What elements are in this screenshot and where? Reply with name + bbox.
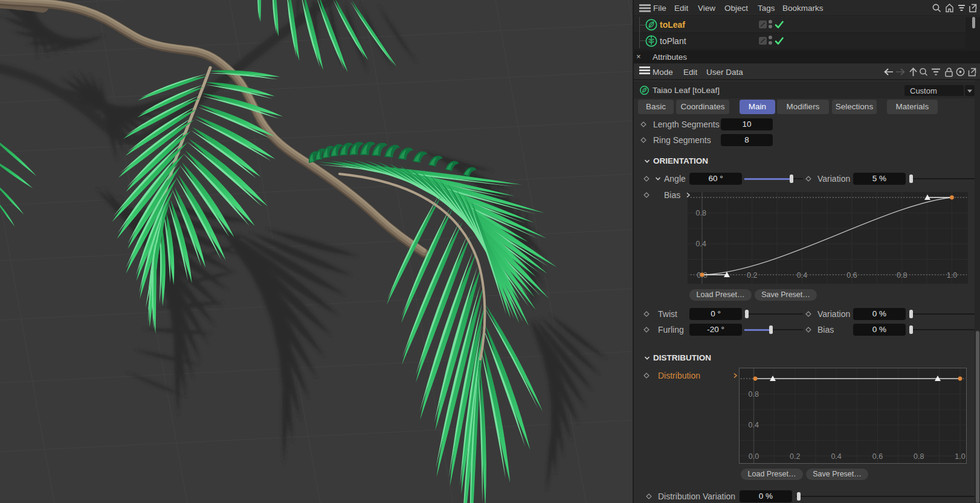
svg-text:0.6: 0.6 [872, 452, 883, 461]
svg-text:0.4: 0.4 [696, 240, 706, 248]
svg-text:0.0: 0.0 [749, 452, 759, 461]
svg-text:0.8: 0.8 [897, 271, 907, 280]
svg-text:0.6: 0.6 [846, 271, 857, 280]
svg-text:0.4: 0.4 [749, 421, 759, 429]
svg-text:0.8: 0.8 [749, 390, 759, 399]
svg-text:1.0: 1.0 [955, 452, 965, 461]
svg-text:0.8: 0.8 [914, 452, 924, 461]
svg-text:0.8: 0.8 [696, 209, 706, 217]
svg-text:1.0: 1.0 [947, 271, 957, 280]
svg-text:0.2: 0.2 [747, 271, 757, 280]
svg-text:0.4: 0.4 [831, 452, 841, 461]
svg-text:0.2: 0.2 [790, 452, 800, 461]
svg-text:0.4: 0.4 [797, 271, 807, 280]
